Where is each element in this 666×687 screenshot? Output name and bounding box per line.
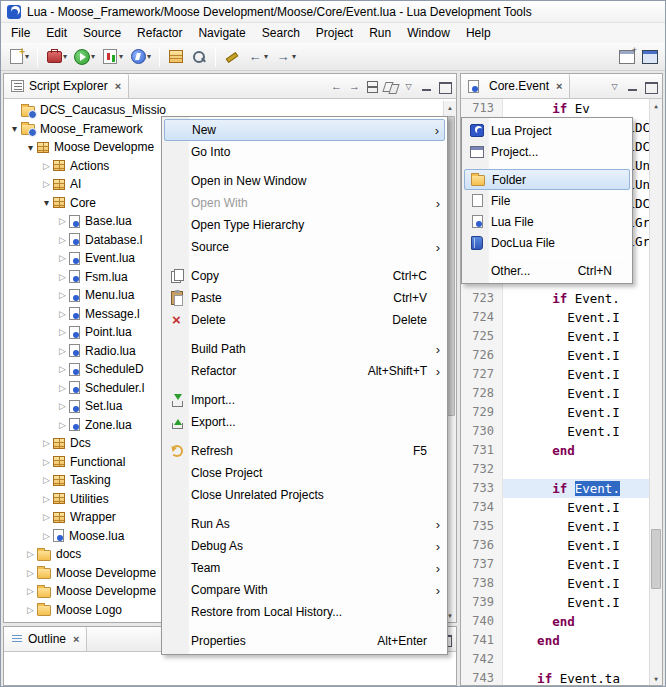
code-line[interactable]: 731 end	[461, 441, 649, 460]
context-menu-item-debug-as[interactable]: Debug As›	[164, 535, 445, 557]
collapsed-arrow-icon[interactable]: ▷	[56, 401, 69, 411]
back-icon[interactable]	[328, 78, 345, 95]
code-line[interactable]: 727 Event.I	[461, 365, 649, 384]
collapsed-arrow-icon[interactable]: ▷	[56, 383, 69, 393]
code-line[interactable]: 724 Event.I	[461, 308, 649, 327]
code-line[interactable]: 732	[461, 460, 649, 479]
forward-button[interactable]: ▾	[272, 47, 299, 67]
menubar-item-window[interactable]: Window	[399, 24, 458, 42]
context-menu-item-source[interactable]: Source›	[164, 236, 445, 258]
code-line[interactable]: 738 Event.I	[461, 574, 649, 593]
collapsed-arrow-icon[interactable]: ▷	[56, 420, 69, 430]
attach-button[interactable]: ▾	[127, 47, 154, 67]
link-editor-icon[interactable]	[382, 78, 399, 95]
forward-icon[interactable]	[346, 78, 363, 95]
scroll-down-icon[interactable]: ▼	[650, 672, 662, 685]
context-menu-item-compare-with[interactable]: Compare With›	[164, 579, 445, 601]
context-menu-item-refactor[interactable]: RefactorAlt+Shift+T›	[164, 360, 445, 382]
context-menu-item-paste[interactable]: PasteCtrl+V	[164, 287, 445, 309]
minimize-icon[interactable]	[418, 78, 435, 95]
collapsed-arrow-icon[interactable]: ▷	[56, 309, 69, 319]
context-menu-item-close-unrelated-projects[interactable]: Close Unrelated Projects	[164, 484, 445, 506]
context-menu-item-import[interactable]: Import...	[164, 389, 445, 411]
maximize-icon[interactable]	[436, 78, 453, 95]
collapse-all-icon[interactable]	[364, 78, 381, 95]
context-menu-item-copy[interactable]: CopyCtrl+C	[164, 265, 445, 287]
code-line[interactable]: 735 Event.I	[461, 517, 649, 536]
collapsed-arrow-icon[interactable]: ▷	[56, 346, 69, 356]
close-view-button[interactable]: ×	[115, 80, 121, 92]
menubar-item-search[interactable]: Search	[254, 24, 308, 42]
collapsed-arrow-icon[interactable]: ▷	[40, 179, 53, 189]
back-button[interactable]: ▾	[244, 47, 271, 67]
view-menu-icon[interactable]	[400, 78, 417, 95]
code-line[interactable]: 713 if Ev	[461, 99, 649, 118]
editor-scrollbar[interactable]: ▲ ▼	[649, 99, 662, 685]
new-submenu-item-lua-file[interactable]: Lua File	[464, 211, 630, 232]
collapsed-arrow-icon[interactable]: ▷	[24, 586, 37, 596]
collapsed-arrow-icon[interactable]: ▷	[40, 457, 53, 467]
code-line[interactable]: 739 Event.I	[461, 593, 649, 612]
collapsed-arrow-icon[interactable]: ▷	[40, 531, 53, 541]
menubar-item-project[interactable]: Project	[308, 24, 361, 42]
collapsed-arrow-icon[interactable]: ▷	[40, 438, 53, 448]
context-menu-item-close-project[interactable]: Close Project	[164, 462, 445, 484]
menubar-item-run[interactable]: Run	[361, 24, 399, 42]
new-submenu-item-doclua-file[interactable]: DocLua File	[464, 232, 630, 253]
new-submenu-item-folder[interactable]: Folder	[464, 169, 630, 190]
maximize-icon[interactable]	[642, 78, 659, 95]
search-button[interactable]	[188, 47, 210, 67]
collapsed-arrow-icon[interactable]: ▷	[56, 272, 69, 282]
context-menu-item-build-path[interactable]: Build Path›	[164, 338, 445, 360]
collapsed-arrow-icon[interactable]: ▷	[24, 568, 37, 578]
code-line[interactable]: 733 if Event.	[461, 479, 649, 498]
code-line[interactable]: 734 Event.I	[461, 498, 649, 517]
collapsed-arrow-icon[interactable]: ▷	[56, 216, 69, 226]
minimize-icon[interactable]	[624, 78, 641, 95]
expanded-arrow-icon[interactable]: ▾	[24, 142, 37, 153]
collapsed-arrow-icon[interactable]: ▷	[56, 327, 69, 337]
menubar-item-source[interactable]: Source	[75, 24, 129, 42]
script-explorer-tab[interactable]: Script Explorer ×	[4, 74, 129, 98]
collapsed-arrow-icon[interactable]: ▷	[40, 475, 53, 485]
expanded-arrow-icon[interactable]: ▾	[8, 123, 21, 134]
context-menu-item-run-as[interactable]: Run As›	[164, 513, 445, 535]
collapsed-arrow-icon[interactable]: ▷	[24, 605, 37, 615]
new-submenu-item-other[interactable]: Other...Ctrl+N	[464, 260, 630, 281]
open-perspective-button[interactable]	[616, 47, 638, 67]
collapsed-arrow-icon[interactable]: ▷	[56, 290, 69, 300]
collapsed-arrow-icon[interactable]: ▷	[40, 494, 53, 504]
code-line[interactable]: 741 end	[461, 631, 649, 650]
coverage-button[interactable]: ▾	[99, 47, 126, 67]
context-menu-item-properties[interactable]: PropertiesAlt+Enter	[164, 630, 445, 652]
scroll-up-icon[interactable]: ▲	[444, 101, 456, 114]
code-line[interactable]: 736 Event.I	[461, 536, 649, 555]
lua-perspective-button[interactable]	[639, 47, 661, 67]
code-line[interactable]: 725 Event.I	[461, 327, 649, 346]
code-line[interactable]: 743 if Event.ta	[461, 669, 649, 685]
code-line[interactable]: 726 Event.I	[461, 346, 649, 365]
context-menu-item-refresh[interactable]: RefreshF5	[164, 440, 445, 462]
menubar-item-refactor[interactable]: Refactor	[129, 24, 190, 42]
new-submenu-item-project[interactable]: Project...	[464, 141, 630, 162]
context-menu-item-new[interactable]: New›	[164, 119, 445, 141]
run-button[interactable]: ▾	[71, 47, 98, 67]
scroll-up-icon[interactable]: ▲	[650, 99, 662, 112]
external-tools-button[interactable]: ▾	[43, 47, 70, 67]
context-menu-item-team[interactable]: Team›	[164, 557, 445, 579]
close-editor-button[interactable]: ×	[556, 80, 562, 92]
context-menu-item-go-into[interactable]: Go Into	[164, 141, 445, 163]
context-menu-item-open-in-new-window[interactable]: Open in New Window	[164, 170, 445, 192]
code-line[interactable]: 737 Event.I	[461, 555, 649, 574]
expanded-arrow-icon[interactable]: ▾	[40, 197, 53, 208]
collapsed-arrow-icon[interactable]: ▷	[40, 512, 53, 522]
context-menu-item-delete[interactable]: DeleteDelete	[164, 309, 445, 331]
code-line[interactable]: 730 Event.I	[461, 422, 649, 441]
menubar-item-file[interactable]: File	[3, 24, 38, 42]
menubar-item-help[interactable]: Help	[458, 24, 499, 42]
view-menu-icon[interactable]	[606, 78, 623, 95]
collapsed-arrow-icon[interactable]: ▷	[56, 253, 69, 263]
code-line[interactable]: 729 Event.I	[461, 403, 649, 422]
collapsed-arrow-icon[interactable]: ▷	[56, 235, 69, 245]
code-line[interactable]: 728 Event.I	[461, 384, 649, 403]
